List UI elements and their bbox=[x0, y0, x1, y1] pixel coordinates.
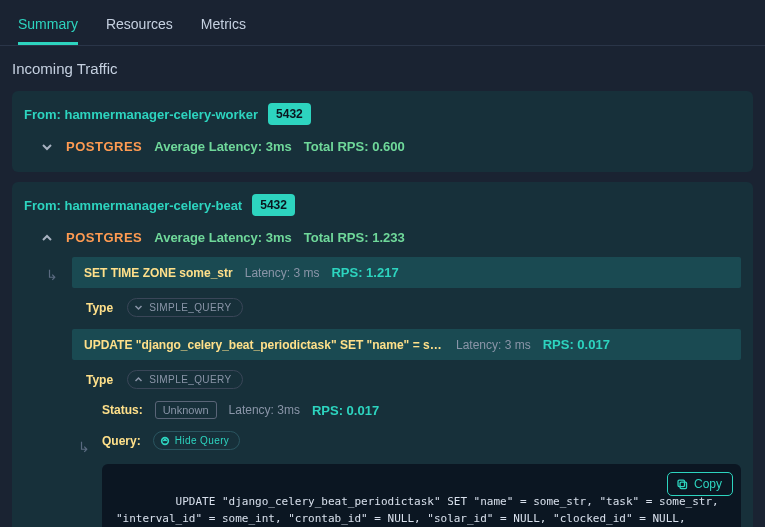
type-pill[interactable]: SIMPLE_QUERY bbox=[127, 298, 242, 317]
traffic-card: From: hammermanager-celery-worker 5432 P… bbox=[12, 91, 753, 172]
port-badge: 5432 bbox=[268, 103, 311, 125]
copy-label: Copy bbox=[694, 477, 722, 491]
query-code: UPDATE "django_celery_beat_periodictask"… bbox=[102, 464, 741, 527]
query-latency: Latency: 3 ms bbox=[456, 338, 531, 352]
copy-button[interactable]: Copy bbox=[667, 472, 733, 496]
query-label: Query: bbox=[102, 434, 141, 448]
query-text: UPDATE "django_celery_beat_periodictask"… bbox=[84, 338, 444, 352]
status-rps: RPS: 0.017 bbox=[312, 403, 379, 418]
tab-metrics[interactable]: Metrics bbox=[201, 10, 246, 45]
tab-summary[interactable]: Summary bbox=[18, 10, 78, 45]
query-rps: RPS: 0.017 bbox=[543, 337, 610, 352]
svg-rect-1 bbox=[680, 482, 687, 489]
status-badge: Unknown bbox=[155, 401, 217, 419]
svg-rect-2 bbox=[678, 480, 685, 487]
indent-arrow-icon: ↳ bbox=[78, 439, 90, 455]
collapse-icon bbox=[160, 436, 170, 446]
section-title: Incoming Traffic bbox=[0, 46, 765, 85]
query-text: SET TIME ZONE some_str bbox=[84, 266, 233, 280]
chevron-up-icon[interactable] bbox=[40, 231, 54, 245]
hide-query-label: Hide Query bbox=[175, 435, 230, 446]
avg-latency: Average Latency: 3ms bbox=[154, 230, 292, 245]
protocol-row[interactable]: POSTGRES Average Latency: 3ms Total RPS:… bbox=[24, 133, 741, 160]
query-block: UPDATE "django_celery_beat_periodictask"… bbox=[72, 329, 741, 527]
query-header[interactable]: SET TIME ZONE some_str Latency: 3 ms RPS… bbox=[72, 257, 741, 288]
protocol-label: POSTGRES bbox=[66, 139, 142, 154]
status-latency: Latency: 3ms bbox=[229, 403, 300, 417]
from-label: From: hammermanager-celery-beat bbox=[24, 198, 242, 213]
chevron-down-icon bbox=[134, 303, 144, 313]
protocol-row[interactable]: POSTGRES Average Latency: 3ms Total RPS:… bbox=[24, 224, 741, 251]
type-label: Type bbox=[86, 373, 113, 387]
indent-arrow-icon: ↳ bbox=[46, 267, 58, 283]
type-value: SIMPLE_QUERY bbox=[149, 374, 231, 385]
query-block: SET TIME ZONE some_str Latency: 3 ms RPS… bbox=[72, 257, 741, 323]
query-header[interactable]: UPDATE "django_celery_beat_periodictask"… bbox=[72, 329, 741, 360]
type-label: Type bbox=[86, 301, 113, 315]
chevron-up-icon bbox=[134, 375, 144, 385]
status-label: Status: bbox=[102, 403, 143, 417]
avg-latency: Average Latency: 3ms bbox=[154, 139, 292, 154]
traffic-card: From: hammermanager-celery-beat 5432 POS… bbox=[12, 182, 753, 527]
port-badge: 5432 bbox=[252, 194, 295, 216]
query-latency: Latency: 3 ms bbox=[245, 266, 320, 280]
total-rps: Total RPS: 0.600 bbox=[304, 139, 405, 154]
full-query-text: UPDATE "django_celery_beat_periodictask"… bbox=[116, 495, 725, 527]
tab-resources[interactable]: Resources bbox=[106, 10, 173, 45]
protocol-label: POSTGRES bbox=[66, 230, 142, 245]
type-pill[interactable]: SIMPLE_QUERY bbox=[127, 370, 242, 389]
hide-query-button[interactable]: Hide Query bbox=[153, 431, 241, 450]
query-rps: RPS: 1.217 bbox=[331, 265, 398, 280]
chevron-down-icon[interactable] bbox=[40, 140, 54, 154]
total-rps: Total RPS: 1.233 bbox=[304, 230, 405, 245]
tabs-bar: Summary Resources Metrics bbox=[0, 0, 765, 46]
type-value: SIMPLE_QUERY bbox=[149, 302, 231, 313]
from-label: From: hammermanager-celery-worker bbox=[24, 107, 258, 122]
